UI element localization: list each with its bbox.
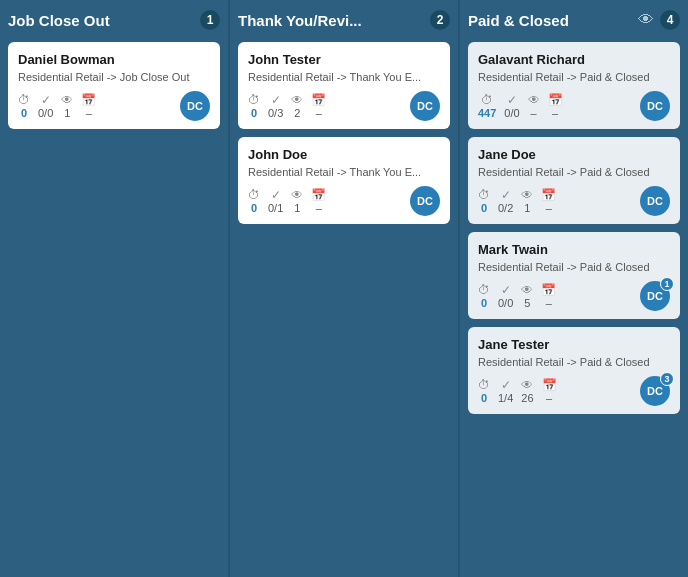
avatar[interactable]: DC1 bbox=[640, 281, 670, 311]
column-header-paid-closed: Paid & Closed👁4 bbox=[468, 10, 680, 30]
stat-value: – bbox=[546, 392, 552, 404]
column-badge-thank-you-review: 2 bbox=[430, 10, 450, 30]
column-thank-you-review: Thank You/Revi...2John TesterResidential… bbox=[230, 0, 460, 577]
eye-icon[interactable]: 👁 bbox=[638, 11, 654, 29]
stat-icon: ✓ bbox=[507, 93, 517, 107]
stat-item-3: 📅– bbox=[541, 283, 556, 309]
card-footer: ⏱0✓0/3👁2📅–DC bbox=[248, 91, 440, 121]
stat-value: 26 bbox=[521, 392, 533, 404]
column-header-right-job-close-out: 1 bbox=[200, 10, 220, 30]
card-name: Galavant Richard bbox=[478, 52, 670, 67]
stat-item-1: ✓1/4 bbox=[498, 378, 513, 404]
stat-item-2: 👁2 bbox=[291, 93, 303, 119]
card[interactable]: Mark TwainResidential Retail -> Paid & C… bbox=[468, 232, 680, 319]
card-subtitle: Residential Retail -> Paid & Closed bbox=[478, 261, 670, 273]
card-name: Mark Twain bbox=[478, 242, 670, 257]
stat-value: – bbox=[316, 107, 322, 119]
stat-item-2: 👁1 bbox=[61, 93, 73, 119]
card-name: John Doe bbox=[248, 147, 440, 162]
stat-item-3: 📅– bbox=[81, 93, 96, 119]
card[interactable]: Galavant RichardResidential Retail -> Pa… bbox=[468, 42, 680, 129]
card-subtitle: Residential Retail -> Job Close Out bbox=[18, 71, 210, 83]
stat-value: – bbox=[546, 202, 552, 214]
stat-icon: 📅 bbox=[541, 283, 556, 297]
stat-icon: ⏱ bbox=[248, 93, 260, 107]
stat-item-0: ⏱0 bbox=[248, 188, 260, 214]
stat-value: 2 bbox=[294, 107, 300, 119]
stat-value: 5 bbox=[524, 297, 530, 309]
stat-item-3: 📅– bbox=[548, 93, 563, 119]
card[interactable]: John TesterResidential Retail -> Thank Y… bbox=[238, 42, 450, 129]
stat-value: 1 bbox=[524, 202, 530, 214]
stat-item-0: ⏱0 bbox=[478, 378, 490, 404]
stat-icon: ✓ bbox=[501, 188, 511, 202]
stat-value: 1/4 bbox=[498, 392, 513, 404]
stat-value: 0/0 bbox=[38, 107, 53, 119]
stat-value: – bbox=[546, 297, 552, 309]
stat-value: 0 bbox=[251, 202, 257, 214]
stat-icon: 👁 bbox=[521, 378, 533, 392]
column-header-thank-you-review: Thank You/Revi...2 bbox=[238, 10, 450, 30]
card[interactable]: Jane TesterResidential Retail -> Paid & … bbox=[468, 327, 680, 414]
avatar[interactable]: DC bbox=[640, 186, 670, 216]
stat-icon: 👁 bbox=[291, 188, 303, 202]
stat-icon: 📅 bbox=[541, 188, 556, 202]
card[interactable]: John DoeResidential Retail -> Thank You … bbox=[238, 137, 450, 224]
stat-value: – bbox=[86, 107, 92, 119]
stat-item-1: ✓0/2 bbox=[498, 188, 513, 214]
card-subtitle: Residential Retail -> Paid & Closed bbox=[478, 356, 670, 368]
stat-value: 1 bbox=[294, 202, 300, 214]
card-stats-row: ⏱0✓0/0👁1📅– bbox=[18, 93, 170, 119]
stat-item-0: ⏱0 bbox=[478, 188, 490, 214]
stat-icon: 📅 bbox=[311, 93, 326, 107]
stat-icon: 👁 bbox=[291, 93, 303, 107]
stat-value: 0/2 bbox=[498, 202, 513, 214]
stat-icon: 👁 bbox=[528, 93, 540, 107]
card-stats-row: ⏱0✓0/3👁2📅– bbox=[248, 93, 400, 119]
stat-value: 0/0 bbox=[504, 107, 519, 119]
stat-item-1: ✓0/0 bbox=[498, 283, 513, 309]
stat-icon: ✓ bbox=[271, 188, 281, 202]
stat-icon: ✓ bbox=[501, 283, 511, 297]
stat-icon: 👁 bbox=[521, 283, 533, 297]
card-footer: ⏱0✓1/4👁26📅–DC3 bbox=[478, 376, 670, 406]
avatar[interactable]: DC bbox=[410, 91, 440, 121]
avatar[interactable]: DC bbox=[180, 91, 210, 121]
stat-icon: ✓ bbox=[41, 93, 51, 107]
stat-icon: 📅 bbox=[311, 188, 326, 202]
avatar-badge: 1 bbox=[660, 277, 674, 291]
card-name: Daniel Bowman bbox=[18, 52, 210, 67]
stat-item-3: 📅– bbox=[541, 188, 556, 214]
column-job-close-out: Job Close Out1Daniel BowmanResidential R… bbox=[0, 0, 230, 577]
column-badge-paid-closed: 4 bbox=[660, 10, 680, 30]
stat-item-3: 📅– bbox=[542, 378, 557, 404]
stat-value: 0 bbox=[481, 297, 487, 309]
kanban-board: Job Close Out1Daniel BowmanResidential R… bbox=[0, 0, 688, 577]
stat-icon: ⏱ bbox=[248, 188, 260, 202]
stat-item-2: 👁5 bbox=[521, 283, 533, 309]
column-header-job-close-out: Job Close Out1 bbox=[8, 10, 220, 30]
stat-item-1: ✓0/0 bbox=[504, 93, 519, 119]
stat-item-0: ⏱0 bbox=[248, 93, 260, 119]
stat-item-2: 👁1 bbox=[521, 188, 533, 214]
card-name: Jane Tester bbox=[478, 337, 670, 352]
column-title-job-close-out: Job Close Out bbox=[8, 12, 110, 29]
card-stats-row: ⏱0✓1/4👁26📅– bbox=[478, 378, 630, 404]
stat-value: 447 bbox=[478, 107, 496, 119]
card-stats-row: ⏱447✓0/0👁–📅– bbox=[478, 93, 630, 119]
stat-icon: ⏱ bbox=[478, 188, 490, 202]
avatar[interactable]: DC bbox=[410, 186, 440, 216]
stat-value: – bbox=[316, 202, 322, 214]
column-badge-job-close-out: 1 bbox=[200, 10, 220, 30]
card-name: John Tester bbox=[248, 52, 440, 67]
avatar[interactable]: DC bbox=[640, 91, 670, 121]
card[interactable]: Jane DoeResidential Retail -> Paid & Clo… bbox=[468, 137, 680, 224]
stat-item-2: 👁1 bbox=[291, 188, 303, 214]
card[interactable]: Daniel BowmanResidential Retail -> Job C… bbox=[8, 42, 220, 129]
stat-value: 0/1 bbox=[268, 202, 283, 214]
avatar[interactable]: DC3 bbox=[640, 376, 670, 406]
stat-icon: ⏱ bbox=[18, 93, 30, 107]
stat-value: – bbox=[531, 107, 537, 119]
card-footer: ⏱0✓0/0👁1📅–DC bbox=[18, 91, 210, 121]
card-name: Jane Doe bbox=[478, 147, 670, 162]
